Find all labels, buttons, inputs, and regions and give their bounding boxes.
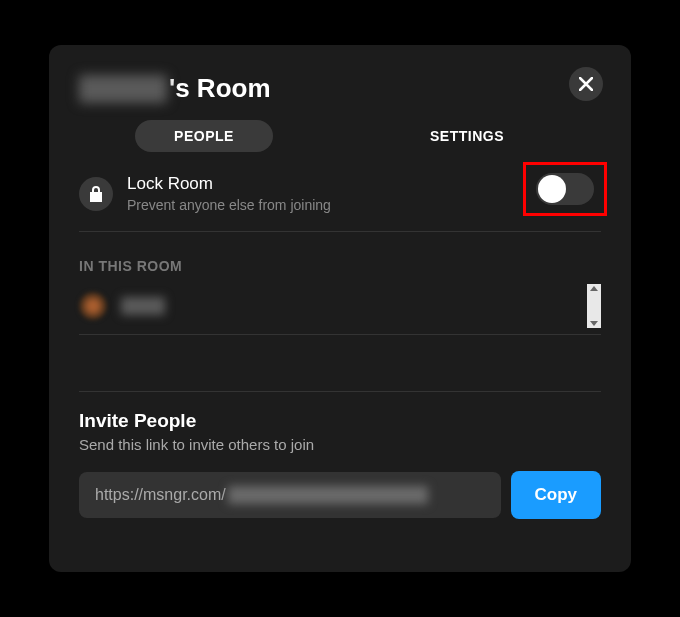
toggle-knob <box>538 175 566 203</box>
tab-people[interactable]: PEOPLE <box>135 120 273 152</box>
toggle-highlight-box <box>523 162 607 216</box>
invite-link-row: https://msngr.com/ Copy <box>79 471 601 519</box>
invite-subtitle: Send this link to invite others to join <box>79 436 601 453</box>
in-this-room-heading: IN THIS ROOM <box>79 258 601 274</box>
close-button[interactable] <box>569 67 603 101</box>
tab-settings[interactable]: SETTINGS <box>273 120 601 152</box>
lock-room-toggle[interactable] <box>536 173 594 205</box>
invite-link-redacted <box>228 486 428 504</box>
copy-button[interactable]: Copy <box>511 471 602 519</box>
participant-row <box>79 284 601 335</box>
scrollbar[interactable] <box>587 284 601 328</box>
close-icon <box>579 77 593 91</box>
invite-link-prefix: https://msngr.com/ <box>95 486 226 504</box>
scroll-up-icon <box>590 286 598 291</box>
modal-title: 's Room <box>79 73 601 104</box>
lock-room-row: Lock Room Prevent anyone else from joini… <box>79 174 601 232</box>
lock-icon-container <box>79 177 113 211</box>
scroll-down-icon <box>590 321 598 326</box>
lock-icon <box>88 185 104 203</box>
title-suffix: 's Room <box>169 73 271 104</box>
invite-title: Invite People <box>79 410 601 432</box>
tabs: PEOPLE SETTINGS <box>79 120 601 152</box>
room-owner-name-redacted <box>79 75 167 103</box>
participant-name-redacted <box>121 297 165 315</box>
avatar <box>79 292 107 320</box>
invite-section: Invite People Send this link to invite o… <box>79 391 601 519</box>
room-modal: 's Room PEOPLE SETTINGS Lock Room Preven… <box>49 45 631 572</box>
invite-link-input[interactable]: https://msngr.com/ <box>79 472 501 518</box>
